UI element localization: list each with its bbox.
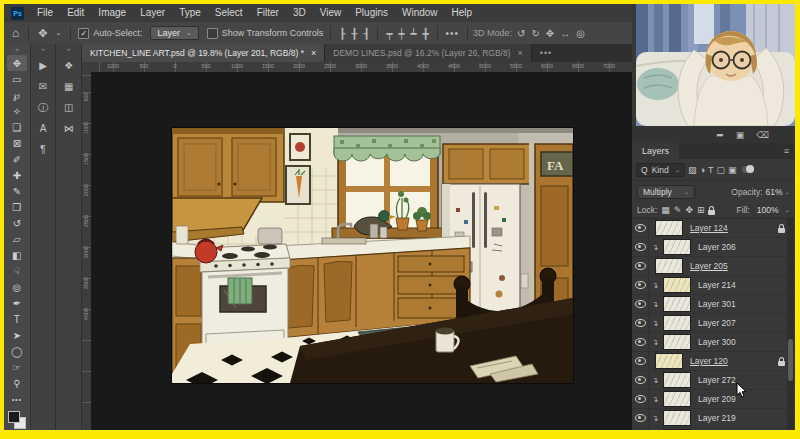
layer-thumbnail[interactable]	[663, 372, 691, 388]
auto-select-checkbox[interactable]	[78, 28, 89, 39]
align-middle-icon[interactable]: ┿	[398, 28, 404, 39]
distribute-icon[interactable]: ╋	[423, 28, 429, 39]
layer-thumbnail[interactable]	[663, 391, 691, 407]
layer-row[interactable]: ↴ Layer 209	[632, 390, 795, 409]
home-icon[interactable]: ⌂	[12, 26, 19, 40]
align-bottom-icon[interactable]: ┷	[410, 28, 416, 39]
layer-thumbnail[interactable]	[663, 239, 691, 255]
menu-help[interactable]: Help	[445, 4, 480, 22]
layer-row[interactable]: Layer 120	[632, 352, 795, 371]
layer-thumbnail[interactable]	[663, 296, 691, 312]
visibility-toggle[interactable]	[632, 409, 649, 427]
layer-row[interactable]: ↴ Layer 207	[632, 314, 795, 333]
menu-window[interactable]: Window	[395, 4, 445, 22]
tool-healing[interactable]: ✚	[7, 167, 27, 183]
layer-row[interactable]: ↴ Layer 300	[632, 333, 795, 352]
menu-3d[interactable]: 3D	[286, 4, 313, 22]
color-panel-icon[interactable]: ❖	[59, 55, 79, 76]
layer-thumbnail[interactable]	[663, 429, 691, 430]
tab-overflow-icon[interactable]: •••	[532, 44, 560, 62]
tool-smudge[interactable]: ☟	[7, 263, 27, 279]
collapse-chevron-icon[interactable]: »	[41, 44, 44, 55]
filter-toggle[interactable]	[742, 166, 754, 173]
collapse-chevron-icon[interactable]: »	[15, 44, 18, 55]
menu-file[interactable]: File	[30, 4, 60, 22]
tool-frame[interactable]: ⊠	[7, 135, 27, 151]
menu-edit[interactable]: Edit	[60, 4, 91, 22]
3d-slide-icon[interactable]: ↔	[560, 28, 570, 39]
layer-name[interactable]: Layer 124	[690, 223, 728, 233]
tool-eyedropper[interactable]: ✐	[7, 151, 27, 167]
visibility-toggle[interactable]	[632, 314, 649, 332]
layer-row[interactable]: ↴ Layer 206	[632, 238, 795, 257]
camera-icon[interactable]: ▣	[736, 130, 745, 140]
layer-name[interactable]: Layer 272	[698, 375, 736, 385]
align-left-icon[interactable]: ┠	[339, 28, 345, 39]
layers-scrollbar[interactable]	[787, 219, 794, 430]
layer-name[interactable]: Layer 301	[698, 299, 736, 309]
visibility-toggle[interactable]	[632, 276, 649, 294]
paragraph-panel-icon[interactable]: ¶	[33, 139, 53, 160]
visibility-toggle[interactable]	[632, 295, 649, 313]
layer-thumbnail[interactable]	[663, 315, 691, 331]
3d-pan-icon[interactable]: ✥	[546, 28, 554, 39]
actions-icon[interactable]: ▶	[33, 55, 53, 76]
visibility-toggle[interactable]	[632, 333, 649, 351]
menu-type[interactable]: Type	[172, 4, 208, 22]
tool-history-brush[interactable]: ↺	[7, 215, 27, 231]
info-icon[interactable]: ⓘ	[33, 97, 53, 118]
layer-row[interactable]: Layer 124	[632, 219, 795, 238]
close-icon[interactable]: ×	[311, 48, 316, 58]
visibility-toggle[interactable]	[632, 219, 649, 237]
layer-name[interactable]: Layer 219	[698, 413, 736, 423]
menu-select[interactable]: Select	[208, 4, 250, 22]
lock-artboard-icon[interactable]: ⊞	[697, 205, 705, 215]
tool-crop[interactable]: ❏	[7, 119, 27, 135]
align-top-icon[interactable]: ┯	[386, 28, 392, 39]
menu-layer[interactable]: Layer	[133, 4, 172, 22]
tool-move[interactable]: ✥	[7, 55, 27, 71]
pasteboard[interactable]: FA	[91, 72, 632, 430]
tool-eraser[interactable]: ▱	[7, 231, 27, 247]
menu-filter[interactable]: Filter	[250, 4, 286, 22]
more-options-icon[interactable]: •••	[446, 28, 460, 39]
filter-smart-object-icon[interactable]: ▣	[728, 165, 737, 175]
filter-adjustment-icon[interactable]: ◑	[700, 165, 705, 175]
character-panel-icon[interactable]: A	[33, 118, 53, 139]
filter-pixel-icon[interactable]: ▨	[688, 165, 697, 175]
puppet-panel-icon[interactable]: ⋈	[59, 118, 79, 139]
layer-thumbnail[interactable]	[663, 334, 691, 350]
3d-roll-icon[interactable]: ↻	[531, 28, 539, 39]
document-tab-demo[interactable]: DEMO LINES.psd @ 16.2% (Layer 26, RGB/8)…	[325, 44, 532, 62]
menu-image[interactable]: Image	[91, 4, 133, 22]
chevron-down-icon[interactable]: ⌄	[55, 29, 61, 37]
layer-name[interactable]: Layer 214	[698, 280, 736, 290]
layer-row[interactable]: ↴ Layer 301	[632, 295, 795, 314]
layer-row[interactable]: ↴ Layer 219	[632, 409, 795, 428]
layer-name[interactable]: Layer 209	[698, 394, 736, 404]
tool-lasso[interactable]: ℘	[7, 87, 27, 103]
lock-position-icon[interactable]: ✥	[685, 205, 693, 215]
layer-name[interactable]: Layer 205	[690, 261, 728, 271]
layer-name[interactable]: Layer 207	[698, 318, 736, 328]
layer-row[interactable]: ↴ Layer 214	[632, 276, 795, 295]
layer-row[interactable]: Layer 205	[632, 257, 795, 276]
foreground-color-swatch[interactable]	[8, 411, 20, 423]
visibility-toggle[interactable]	[632, 352, 649, 370]
document-tab-kitchen[interactable]: KITCHEN_LINE ART.psd @ 19.8% (Layer 201,…	[82, 44, 325, 62]
collapse-chevron-icon[interactable]: »	[67, 44, 70, 55]
patterns-panel-icon[interactable]: ◫	[59, 97, 79, 118]
layer-row[interactable]: ↴ Layer 220	[632, 428, 795, 430]
swatches-panel-icon[interactable]: ▦	[59, 76, 79, 97]
align-right-icon[interactable]: ┨	[363, 28, 369, 39]
tool-path-select[interactable]: ➤	[7, 327, 27, 343]
layer-thumbnail[interactable]	[655, 258, 683, 274]
3d-orbit-icon[interactable]: ↺	[517, 28, 525, 39]
tool-marquee[interactable]: ▭	[7, 71, 27, 87]
tool-type[interactable]: T	[7, 311, 27, 327]
fill-value[interactable]: 100%	[757, 205, 779, 215]
lock-transparency-icon[interactable]: ▦	[661, 205, 670, 215]
panel-menu-icon[interactable]: ≡	[784, 143, 795, 159]
filter-type-icon[interactable]: T	[708, 165, 714, 175]
scrollbar-thumb[interactable]	[788, 339, 793, 381]
